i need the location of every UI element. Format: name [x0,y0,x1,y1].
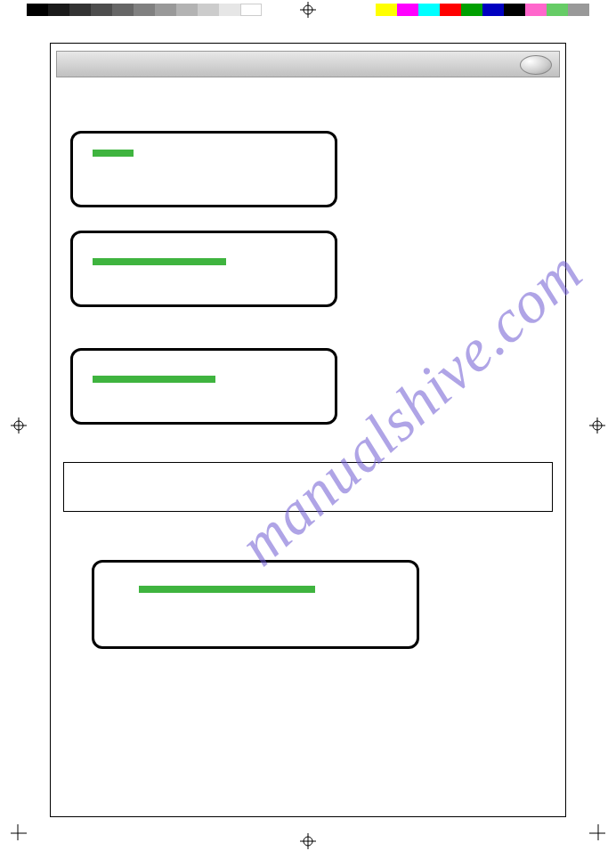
header-orb-icon [520,55,552,75]
crop-mark-icon [589,824,616,851]
registration-mark-icon [300,833,316,849]
registration-mark-icon [300,2,316,18]
color-swatch-bar [376,4,589,16]
content-box-4 [63,462,553,512]
grayscale-bar [27,4,262,16]
content-box-1 [70,131,337,207]
redacted-heading [139,586,315,593]
registration-mark-icon [11,417,27,434]
crop-mark-icon [0,824,27,851]
content-box-3 [70,348,337,425]
registration-mark-icon [589,417,605,434]
redacted-heading [93,258,226,265]
redacted-heading [93,376,215,383]
content-box-5 [92,560,419,649]
page-header-bar [56,51,560,77]
manual-page: manualshive.com [50,43,566,817]
redacted-heading [93,150,134,157]
content-box-2 [70,231,337,307]
